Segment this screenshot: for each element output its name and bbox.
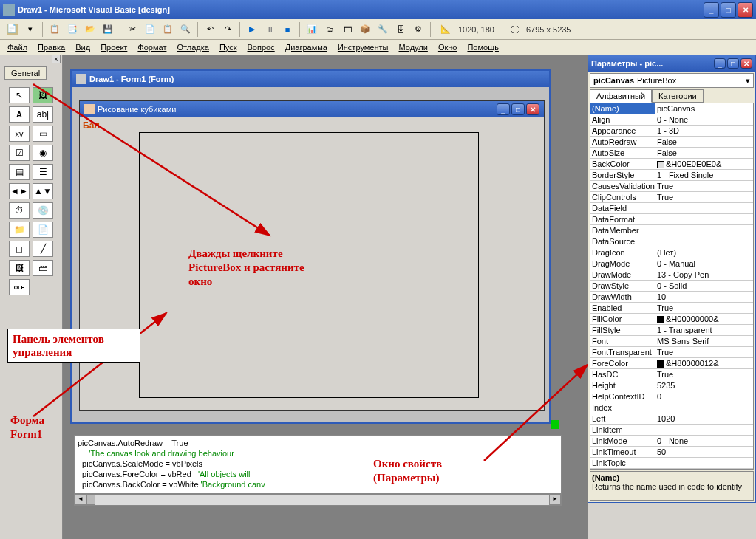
tool-listbox[interactable]: ☰ — [33, 164, 53, 180]
properties-button[interactable]: 🗂 — [321, 21, 338, 38]
tool-optionbutton[interactable]: ◉ — [33, 145, 53, 161]
scroll-thumb[interactable] — [86, 495, 95, 505]
prop-maximize-button[interactable]: □ — [727, 58, 739, 69]
component-button[interactable]: ⚙ — [410, 21, 426, 38]
menu-view[interactable]: Вид — [71, 41, 95, 53]
tool-dirlistbox[interactable]: 📁 — [9, 222, 30, 238]
property-row[interactable]: FillStyle1 - Transparent — [590, 325, 753, 336]
menu-diagram[interactable]: Диаграмма — [281, 41, 332, 53]
form-layout-button[interactable]: 🗔 — [339, 21, 355, 38]
menu-format[interactable]: Формат — [133, 41, 171, 53]
menu-run[interactable]: Пуск — [215, 41, 242, 53]
project-explorer-button[interactable]: 📊 — [304, 21, 320, 38]
property-row[interactable]: BorderStyle1 - Fixed Single — [590, 170, 753, 181]
find-button[interactable]: 🔍 — [177, 21, 194, 38]
scroll-left-icon[interactable]: ◄ — [75, 495, 86, 505]
copy-button[interactable]: 📄 — [142, 21, 158, 38]
menu-file[interactable]: Файл — [3, 41, 32, 53]
property-row[interactable]: FillColor&H00000000& — [590, 314, 753, 325]
form-grid[interactable]: Бал — [80, 117, 544, 410]
properties-window[interactable]: Параметры - pic... _ □ ✕ picCanvas Pictu… — [588, 55, 756, 503]
stop-button[interactable]: ■ — [279, 21, 296, 38]
property-row[interactable]: LinkMode0 - None — [590, 436, 753, 447]
form-minimize-button[interactable]: _ — [497, 103, 510, 115]
tool-data[interactable]: 🗃 — [33, 260, 53, 276]
property-row[interactable]: EnabledTrue — [590, 303, 753, 314]
cut-button[interactable]: ✂ — [124, 21, 140, 38]
form-designer-window[interactable]: Draw1 - Form1 (Form) Рисование кубиками … — [70, 69, 551, 424]
open-button[interactable]: 📂 — [82, 21, 98, 38]
property-row[interactable]: Height5235 — [590, 380, 753, 391]
tool-picturebox[interactable]: 🖼 — [33, 87, 53, 103]
property-row[interactable]: DataField — [590, 203, 753, 214]
menu-tools[interactable]: Инструменты — [333, 41, 393, 53]
toolbox-close-icon[interactable]: × — [52, 55, 61, 63]
run-button[interactable]: ▶ — [244, 21, 260, 38]
property-row[interactable]: HelpContextID0 — [590, 391, 753, 402]
menu-edit[interactable]: Правка — [33, 41, 69, 53]
property-row[interactable]: Appearance1 - 3D — [590, 126, 753, 137]
undo-button[interactable]: ↶ — [202, 21, 218, 38]
code-horizontal-scrollbar[interactable]: ◄ ► — [74, 494, 562, 506]
selection-handle[interactable] — [551, 420, 559, 429]
tool-checkbox[interactable]: ☑ — [9, 145, 30, 161]
tab-alphabetic[interactable]: Алфавитный — [590, 89, 652, 103]
toolbox-tab-general[interactable]: General — [4, 66, 47, 80]
tool-image[interactable]: 🖼 — [9, 260, 30, 276]
property-row[interactable]: Left1020 — [590, 413, 753, 425]
tool-vscrollbar[interactable]: ▲▼ — [33, 183, 53, 199]
tool-combobox[interactable]: ▤ — [9, 164, 30, 180]
menu-project[interactable]: Проект — [96, 41, 132, 53]
tool-textbox[interactable]: ab| — [33, 106, 53, 123]
tool-timer[interactable]: ⏱ — [9, 202, 30, 219]
form-maximize-button[interactable]: □ — [511, 103, 525, 115]
menu-window[interactable]: Окно — [434, 41, 462, 53]
paste-button[interactable]: 📋 — [160, 21, 176, 38]
property-grid[interactable]: (Name)picCanvasAlign0 - NoneAppearance1 … — [590, 103, 754, 470]
object-browser-button[interactable]: 📦 — [357, 21, 373, 38]
property-row[interactable]: ClipControlsTrue — [590, 192, 753, 203]
code-window[interactable]: picCanvas.AutoRedraw = True 'The canvas … — [74, 435, 562, 494]
tool-hscrollbar[interactable]: ◄► — [9, 183, 30, 199]
property-row[interactable]: DrawStyle0 - Solid — [590, 281, 753, 292]
property-row[interactable]: HasDCTrue — [590, 369, 753, 380]
form-close-button[interactable]: ✕ — [526, 103, 539, 115]
label-control[interactable]: Бал — [83, 120, 100, 131]
toolbox-button[interactable]: 🔧 — [375, 21, 391, 38]
tool-label[interactable]: A — [9, 106, 30, 123]
pause-button[interactable]: ⏸ — [262, 21, 278, 38]
property-row[interactable]: DragMode0 - Manual — [590, 258, 753, 270]
prop-close-button[interactable]: ✕ — [740, 58, 752, 69]
property-row[interactable]: ForeColor&H80000012& — [590, 358, 753, 369]
scroll-right-icon[interactable]: ► — [549, 495, 561, 505]
tool-drivelistbox[interactable]: 💿 — [33, 202, 53, 219]
property-row[interactable]: CausesValidationTrue — [590, 181, 753, 192]
tool-pointer[interactable]: ↖ — [9, 87, 30, 103]
tab-categorized[interactable]: Категории — [652, 89, 704, 103]
maximize-button[interactable]: □ — [721, 2, 736, 18]
property-row[interactable]: FontTransparentTrue — [590, 347, 753, 358]
redo-button[interactable]: ↷ — [219, 21, 236, 38]
property-row[interactable]: DataMember — [590, 225, 753, 236]
save-button[interactable]: 💾 — [100, 21, 116, 38]
property-row[interactable]: LinkTimeout50 — [590, 447, 753, 458]
tool-filelistbox[interactable]: 📄 — [33, 222, 53, 238]
property-row[interactable]: DragIcon(Нет) — [590, 247, 753, 258]
property-row[interactable]: Align0 - None — [590, 114, 753, 126]
property-row[interactable]: FontMS Sans Serif — [590, 336, 753, 347]
minimize-button[interactable]: _ — [704, 2, 719, 18]
property-row[interactable]: LinkItem — [590, 425, 753, 436]
form1[interactable]: Рисование кубиками _ □ ✕ Бал — [79, 100, 545, 411]
property-row[interactable]: LinkTopic — [590, 458, 753, 469]
property-row[interactable]: AutoRedrawFalse — [590, 137, 753, 148]
dropdown-icon[interactable]: ▾ — [22, 21, 38, 38]
property-row[interactable]: AutoSizeFalse — [590, 148, 753, 159]
menu-editor-button[interactable]: 📑 — [64, 21, 81, 38]
tool-commandbutton[interactable]: ▭ — [33, 126, 53, 142]
property-row[interactable]: BackColor&H00E0E0E0& — [590, 159, 753, 170]
property-row[interactable]: (Name)picCanvas — [590, 103, 753, 114]
tool-frame[interactable]: xv — [9, 126, 30, 142]
menu-help[interactable]: Помощь — [463, 41, 503, 53]
property-row[interactable]: DataSource — [590, 236, 753, 247]
menu-debug[interactable]: Отладка — [172, 41, 213, 53]
